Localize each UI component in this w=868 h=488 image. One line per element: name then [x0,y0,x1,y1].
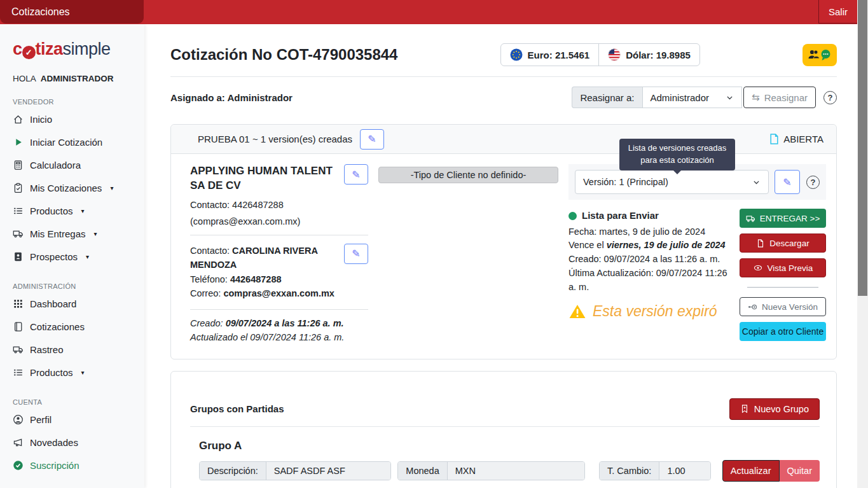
version-details: Lista para Enviar Fecha: martes, 9 de ju… [568,209,826,341]
pencil-icon: ✎ [368,133,376,145]
quote-status: ABIERTA [769,134,823,144]
currency-label: Moneda [398,462,447,480]
divider [190,426,820,427]
sidebar-item-label: Prospectos [30,251,78,262]
check-badge-icon [13,460,24,471]
version-select[interactable]: Versión: 1 (Principal) [575,170,769,194]
chevron-down-icon: ▾ [86,253,89,260]
sidebar-item-productos-admin[interactable]: Productos ▾ [0,361,144,384]
ready-status: Lista para Enviar [568,209,734,223]
sidebar-item-mis-entregas[interactable]: Mis Entregas ▾ [0,222,144,245]
sidebar-item-label: Mis Cotizaciones [30,183,102,193]
sidebar-item-label: Iniciar Cotización [30,137,102,148]
page-scrollbar[interactable] [857,0,868,488]
sidebar-item-novedades[interactable]: Novedades [0,431,144,454]
sidebar-item-calculadora[interactable]: Calculadora [0,153,144,176]
sidebar-item-label: Mis Entregas [30,228,86,239]
new-group-button[interactable]: Nuevo Grupo [729,398,820,420]
green-status-dot [568,212,577,220]
new-version-button[interactable]: Nueva Versión [740,297,826,316]
groups-card: Grupos con Partidas Nuevo Grupo Grupo A … [170,371,837,488]
main-content: Cotización No COT-4790035844 Euro: 21.54… [144,24,857,488]
client-contact-line: Contacto: 4426487288 [190,200,368,210]
journal-icon [13,321,24,332]
preview-button[interactable]: Vista Previa [740,258,826,277]
remove-group-button[interactable]: Quitar [780,460,820,482]
versions-tooltip: Lista de versiones creadas para esta cot… [619,139,735,171]
sidebar-item-label: Productos [30,206,73,216]
assigned-to-label: Asignado a: Administrador [170,92,293,103]
reassign-button[interactable]: ⇆ Reasignar [743,87,816,108]
swap-arrows-icon: ⇆ [752,92,760,103]
group-name: Grupo A [199,440,820,452]
sidebar-item-perfil[interactable]: Perfil [0,408,144,431]
edit-version-button[interactable]: ✎ [775,170,800,194]
quote-updated-line: Actualizado el 09/07/2024 11:26 a. m. [190,332,368,342]
edit-quote-title-button[interactable]: ✎ [360,129,384,150]
quote-title: PRUEBA 01 ~ 1 version(es) creadas [198,134,352,144]
version-created-line: Creado: 09/07/2024 a las 11:26 a. m. [568,253,734,267]
groups-header-row: Grupos con Partidas Nuevo Grupo [190,398,820,420]
download-button[interactable]: Descargar [740,234,826,253]
exchange-input[interactable]: 1.00 [659,462,710,480]
dolar-rate-label: Dólar: 19.8985 [626,50,691,60]
user-greeting: HOLAADMINISTRADOR [13,74,144,83]
chevron-down-icon: ▾ [110,185,113,192]
quote-card-body: APPLYING HUMAN TALENT SA DE CV ✎ Contact… [171,154,836,359]
nav-section-cuenta: CUENTA [13,398,144,406]
play-icon [13,137,24,148]
version-help-icon[interactable]: ? [806,176,820,189]
currency-input[interactable]: MXN [448,462,584,480]
sidebar-item-suscripcion[interactable]: Suscripción [0,454,144,477]
sidebar-item-label: Inicio [30,114,52,125]
edit-contact-button[interactable]: ✎ [344,244,368,264]
nav-section-administracion: ADMINISTRACIÓN [13,282,144,290]
sidebar-item-label: Suscripción [30,460,79,471]
reassign-user-select[interactable]: Administrador [642,87,743,108]
client-type-column: -Tipo de Cliente no definido- [368,164,568,342]
sidebar-item-prospectos[interactable]: Prospectos ▾ [0,245,144,268]
scrollbar-thumb[interactable] [858,0,867,296]
edit-client-button[interactable]: ✎ [344,164,368,185]
support-chat-button[interactable] [803,44,837,66]
person-circle-icon [13,414,24,425]
contact-phone-line: Teléfono: 4426487288 [190,272,336,286]
currency-field-group: Moneda MXN [397,461,585,480]
sidebar-item-label: Dashboard [30,298,76,309]
sidebar-item-cotizaciones-admin[interactable]: Cotizaciones [0,315,144,338]
topbar: Cotizaciones Salir [0,0,868,24]
sidebar-item-productos-vendedor[interactable]: Productos ▾ [0,199,144,222]
quote-card-header: PRUEBA 01 ~ 1 version(es) creadas ✎ ABIE… [171,125,836,154]
group-fields-row: Descripción: SADF ASDF ASF Moneda MXN T.… [199,460,820,482]
exchange-label: T. Cambio: [600,462,659,480]
deliver-button[interactable]: ENTREGAR >> [740,209,826,228]
sidebar-item-label: Calculadora [30,160,81,171]
sidebar-item-label: Productos [30,367,73,378]
update-group-button[interactable]: Actualizar [722,460,780,482]
list-icon [13,367,24,378]
quote-card: Lista de versiones creadas para esta cot… [170,124,837,359]
help-icon[interactable]: ? [823,91,837,104]
currency-rates: Euro: 21.5461 Dólar: 19.8985 [500,43,700,66]
copy-to-client-button[interactable]: Copiar a otro Cliente [740,322,826,341]
usa-flag-icon [608,48,621,61]
sidebar-item-rastreo[interactable]: Rastreo [0,338,144,361]
logo-check-icon: ✓ [22,46,36,59]
contact-block: Contacto: CAROLINA RIVERA MENDOZA Teléfo… [190,244,368,301]
logout-button[interactable]: Salir [818,0,858,24]
client-column: APPLYING HUMAN TALENT SA DE CV ✎ Contact… [190,164,368,342]
app-logo[interactable]: c✓tizasimple [13,39,144,59]
description-input[interactable]: SADF ASDF ASF [266,462,391,480]
version-actions: ENTREGAR >> Descargar Vista Previa [740,209,826,341]
quote-status-label: ABIERTA [783,134,823,144]
chevron-down-icon: ▾ [81,207,85,214]
sidebar-item-dashboard[interactable]: Dashboard [0,292,144,315]
pencil-icon: ✎ [352,169,360,181]
version-updated-line: Última Actualización: 09/07/2024 11:26 a… [568,267,734,295]
sidebar-item-iniciar-cotizacion[interactable]: Iniciar Cotización [0,130,144,153]
greeting-hello: HOLA [13,74,36,83]
truck-icon [746,214,755,223]
sidebar-item-inicio[interactable]: Inicio [0,108,144,130]
copy-to-client-label: Copiar a otro Cliente [742,326,823,337]
sidebar-item-mis-cotizaciones[interactable]: Mis Cotizaciones ▾ [0,176,144,199]
